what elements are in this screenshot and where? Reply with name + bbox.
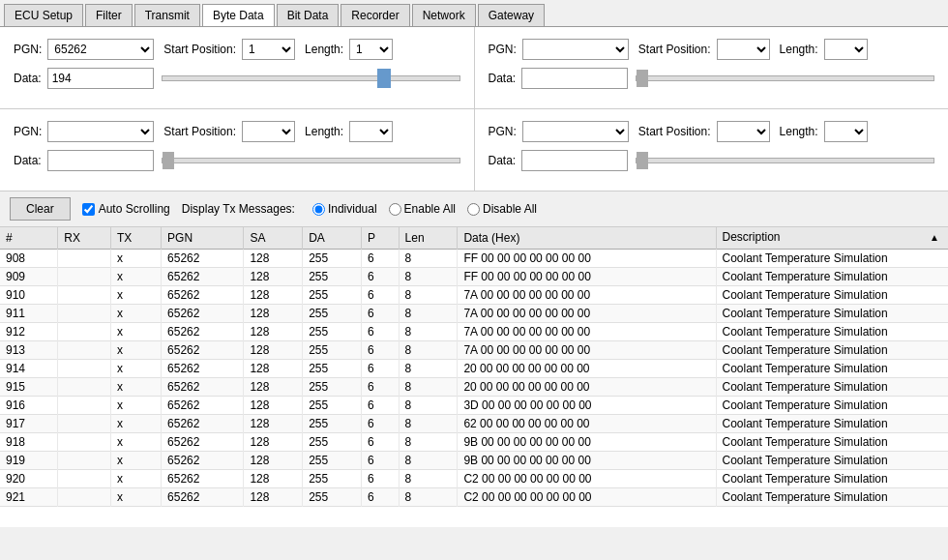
- tab-byte-data[interactable]: Byte Data: [202, 4, 275, 26]
- top-right-panel: PGN: Start Position: Length: Data:: [475, 27, 949, 108]
- length-select-tl[interactable]: 1: [349, 39, 393, 60]
- table-cell: [58, 305, 111, 323]
- table-cell: 255: [303, 378, 362, 397]
- table-row[interactable]: 917x652621282556862 00 00 00 00 00 00 00…: [0, 415, 948, 433]
- table-cell: x: [110, 305, 161, 323]
- tab-filter[interactable]: Filter: [85, 4, 133, 26]
- table-cell: 8: [399, 286, 458, 305]
- disable-all-text: Disable All: [483, 202, 537, 216]
- clear-button[interactable]: Clear: [10, 197, 71, 221]
- table-cell: 7A 00 00 00 00 00 00 00: [458, 341, 716, 360]
- table-row[interactable]: 913x65262128255687A 00 00 00 00 00 00 00…: [0, 341, 948, 360]
- table-cell: Coolant Temperature Simulation: [716, 305, 948, 323]
- table-cell: x: [110, 360, 161, 378]
- start-pos-select-br[interactable]: [717, 121, 770, 142]
- table-cell: 65262: [162, 268, 244, 286]
- auto-scroll-label[interactable]: Auto Scrolling: [82, 202, 170, 216]
- table-row[interactable]: 909x6526212825568FF 00 00 00 00 00 00 00…: [0, 268, 948, 286]
- table-cell: [58, 452, 111, 470]
- table-cell: Coolant Temperature Simulation: [716, 268, 948, 286]
- table-cell: 8: [399, 378, 458, 397]
- data-row-bottom-left: Data:: [14, 150, 460, 171]
- table-cell: 913: [0, 341, 58, 360]
- pgn-select-bl[interactable]: [47, 121, 154, 142]
- pgn-select-tl[interactable]: 65262: [47, 39, 154, 60]
- table-cell: 6: [361, 378, 399, 397]
- individual-radio[interactable]: [312, 203, 325, 216]
- table-cell: 7A 00 00 00 00 00 00 00: [458, 286, 716, 305]
- message-table-wrapper[interactable]: # RX TX PGN SA DA P Len Data (Hex) Descr…: [0, 227, 948, 527]
- data-slider-bl[interactable]: [162, 158, 460, 163]
- start-pos-select-tl[interactable]: 1: [242, 39, 295, 60]
- table-row[interactable]: 908x6526212825568FF 00 00 00 00 00 00 00…: [0, 250, 948, 268]
- table-cell: 6: [361, 452, 399, 470]
- table-cell: C2 00 00 00 00 00 00 00: [458, 488, 716, 507]
- table-cell: 128: [244, 323, 303, 341]
- top-left-panel: PGN: 65262 Start Position: 1 Length: 1 D…: [0, 27, 475, 108]
- message-table: # RX TX PGN SA DA P Len Data (Hex) Descr…: [0, 227, 948, 507]
- table-cell: 65262: [162, 470, 244, 488]
- data-input-bl[interactable]: [47, 150, 154, 171]
- table-row[interactable]: 914x652621282556820 00 00 00 00 00 00 00…: [0, 360, 948, 378]
- data-label-tr: Data:: [489, 72, 517, 85]
- tab-ecu-setup[interactable]: ECU Setup: [4, 4, 83, 26]
- table-cell: 7A 00 00 00 00 00 00 00: [458, 305, 716, 323]
- data-slider-tr[interactable]: [636, 75, 934, 81]
- auto-scroll-checkbox[interactable]: [82, 203, 95, 216]
- table-cell: Coolant Temperature Simulation: [716, 452, 948, 470]
- tab-bit-data[interactable]: Bit Data: [277, 4, 340, 26]
- disable-all-radio-label[interactable]: Disable All: [467, 202, 537, 216]
- table-cell: 8: [399, 397, 458, 415]
- data-input-tl[interactable]: [47, 68, 154, 89]
- individual-radio-label[interactable]: Individual: [312, 202, 377, 216]
- table-row[interactable]: 911x65262128255687A 00 00 00 00 00 00 00…: [0, 305, 948, 323]
- tab-network[interactable]: Network: [412, 4, 476, 26]
- table-cell: 255: [303, 488, 362, 507]
- data-slider-br[interactable]: [636, 158, 934, 163]
- tab-transmit[interactable]: Transmit: [134, 4, 200, 26]
- table-cell: 128: [244, 360, 303, 378]
- table-row[interactable]: 921x6526212825568C2 00 00 00 00 00 00 00…: [0, 488, 948, 507]
- table-row[interactable]: 916x65262128255683D 00 00 00 00 00 00 00…: [0, 397, 948, 415]
- pgn-select-br[interactable]: [522, 121, 629, 142]
- length-select-bl[interactable]: [349, 121, 393, 142]
- table-cell: 7A 00 00 00 00 00 00 00: [458, 323, 716, 341]
- table-cell: 128: [244, 488, 303, 507]
- length-select-br[interactable]: [824, 121, 868, 142]
- table-row[interactable]: 915x652621282556820 00 00 00 00 00 00 00…: [0, 378, 948, 397]
- col-header-rx: RX: [58, 227, 111, 250]
- table-cell: x: [110, 378, 161, 397]
- table-cell: 255: [303, 433, 362, 452]
- data-input-br[interactable]: [521, 150, 628, 171]
- table-cell: 65262: [162, 305, 244, 323]
- table-cell: FF 00 00 00 00 00 00 00: [458, 268, 716, 286]
- length-label-br: Length:: [780, 125, 818, 138]
- table-cell: Coolant Temperature Simulation: [716, 488, 948, 507]
- pgn-label-tr: PGN:: [489, 43, 517, 56]
- data-slider-tl[interactable]: [162, 75, 460, 81]
- enable-all-radio-label[interactable]: Enable All: [389, 202, 456, 216]
- enable-all-radio[interactable]: [389, 203, 401, 216]
- table-row[interactable]: 910x65262128255687A 00 00 00 00 00 00 00…: [0, 286, 948, 305]
- disable-all-radio[interactable]: [467, 203, 480, 216]
- tab-recorder[interactable]: Recorder: [341, 4, 409, 26]
- table-row[interactable]: 919x65262128255689B 00 00 00 00 00 00 00…: [0, 452, 948, 470]
- length-select-tr[interactable]: [824, 39, 868, 60]
- start-pos-select-bl[interactable]: [242, 121, 295, 142]
- table-cell: 128: [244, 433, 303, 452]
- start-pos-label-tl: Start Position:: [163, 43, 236, 56]
- table-cell: 8: [399, 341, 458, 360]
- table-row[interactable]: 920x6526212825568C2 00 00 00 00 00 00 00…: [0, 470, 948, 488]
- table-cell: 128: [244, 378, 303, 397]
- start-pos-select-tr[interactable]: [717, 39, 770, 60]
- pgn-select-tr[interactable]: [522, 39, 629, 60]
- data-input-tr[interactable]: [521, 68, 628, 89]
- table-cell: [58, 250, 111, 268]
- pgn-row-bottom-right: PGN: Start Position: Length:: [489, 121, 935, 142]
- tab-gateway[interactable]: Gateway: [478, 4, 545, 26]
- table-cell: 65262: [162, 378, 244, 397]
- scroll-up-icon[interactable]: ▲: [927, 230, 942, 246]
- table-row[interactable]: 912x65262128255687A 00 00 00 00 00 00 00…: [0, 323, 948, 341]
- table-cell: Coolant Temperature Simulation: [716, 397, 948, 415]
- table-row[interactable]: 918x65262128255689B 00 00 00 00 00 00 00…: [0, 433, 948, 452]
